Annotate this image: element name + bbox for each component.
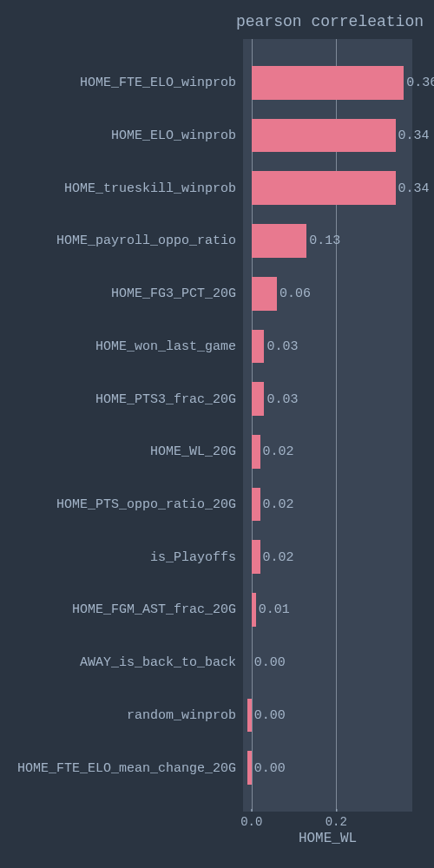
bar	[252, 224, 306, 258]
bar-row: AWAY_is_back_to_back0.00	[243, 646, 252, 680]
bar-category-label: HOME_PTS3_frac_20G	[95, 391, 243, 406]
bar	[252, 540, 260, 574]
bar-value-label: 0.02	[260, 549, 294, 564]
bar-row: HOME_trueskill_winprob0.34	[243, 171, 396, 205]
bar	[252, 171, 396, 205]
bar	[252, 66, 404, 100]
bar-row: HOME_FGM_AST_frac_20G0.01	[243, 593, 256, 627]
bar	[252, 382, 265, 416]
bar	[252, 119, 396, 153]
bar	[252, 330, 265, 364]
x-axis-label: HOME_WL	[299, 831, 357, 846]
bar-value-label: 0.02	[260, 497, 294, 512]
bar-category-label: HOME_trueskill_winprob	[64, 181, 243, 195]
bar-value-label: 0.01	[256, 602, 290, 617]
bar-value-label: 0.34	[396, 181, 430, 195]
bar-category-label: HOME_payroll_oppo_ratio	[56, 233, 243, 248]
bar-value-label: 0.00	[252, 707, 286, 722]
plot-area: HOME_WL 0.00.2HOME_FTE_ELO_winprob0.36HO…	[243, 39, 412, 812]
chart-title: pearson correleation	[226, 13, 434, 30]
x-tick: 0.2	[326, 812, 347, 829]
bar-row: is_Playoffs0.02	[243, 540, 260, 574]
bar-row: HOME_won_last_game0.03	[243, 330, 264, 364]
gridline	[252, 39, 253, 812]
bar	[252, 277, 277, 311]
bar-category-label: HOME_WL_20G	[150, 444, 243, 459]
bar-value-label: 0.03	[264, 391, 298, 406]
bar-value-label: 0.00	[252, 760, 286, 775]
bar-category-label: is_Playoffs	[150, 549, 243, 564]
bar-value-label: 0.02	[260, 444, 294, 459]
bar-row: HOME_ELO_winprob0.34	[243, 119, 396, 153]
bar-category-label: HOME_PTS_oppo_ratio_20G	[56, 497, 243, 512]
bar-category-label: HOME_FG3_PCT_20G	[111, 286, 243, 301]
bar-value-label: 0.03	[264, 339, 298, 353]
gridline	[336, 39, 337, 812]
bar-category-label: AWAY_is_back_to_back	[80, 655, 243, 670]
bar	[252, 435, 260, 469]
x-tick: 0.0	[240, 812, 262, 829]
bar-category-label: HOME_FGM_AST_frac_20G	[72, 602, 243, 617]
bar-row: HOME_PTS_oppo_ratio_20G0.02	[243, 488, 260, 522]
bar-value-label: 0.06	[277, 286, 311, 301]
bar-row: random_winprob0.00	[243, 699, 256, 733]
bar-row: HOME_payroll_oppo_ratio0.13	[243, 224, 306, 258]
bar-value-label: 0.34	[396, 128, 430, 143]
bar-category-label: HOME_FTE_ELO_winprob	[80, 76, 243, 90]
bar-value-label: 0.00	[252, 655, 286, 670]
bar-row: HOME_FTE_ELO_winprob0.36	[243, 66, 404, 100]
bar-row: HOME_PTS3_frac_20G0.03	[243, 382, 264, 416]
bar-category-label: HOME_ELO_winprob	[111, 128, 243, 143]
bar-category-label: HOME_FTE_ELO_mean_change_20G	[17, 760, 243, 775]
chart-container: pearson correleation HOME_WL 0.00.2HOME_…	[0, 0, 434, 868]
bar-category-label: HOME_won_last_game	[95, 339, 243, 353]
bar-value-label: 0.36	[404, 76, 434, 90]
bar-value-label: 0.13	[306, 233, 340, 248]
bar-row: HOME_FTE_ELO_mean_change_20G0.00	[243, 751, 256, 785]
bar-row: HOME_FG3_PCT_20G0.06	[243, 277, 277, 311]
bar-row: HOME_WL_20G0.02	[243, 435, 260, 469]
bar-category-label: random_winprob	[127, 707, 243, 722]
bar	[252, 488, 260, 522]
